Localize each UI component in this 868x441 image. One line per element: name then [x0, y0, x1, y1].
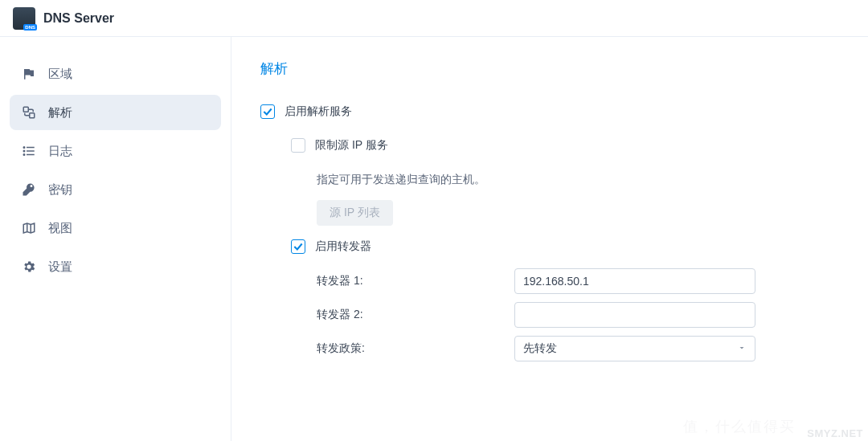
limit-source-ip-help: 指定可用于发送递归查询的主机。	[317, 165, 485, 194]
svg-point-6	[23, 150, 25, 152]
map-icon	[21, 220, 37, 236]
chevron-down-icon	[737, 342, 747, 355]
sidebar-item-label: 日志	[48, 144, 72, 159]
page-title: 解析	[260, 59, 839, 78]
forwarder1-row: 转发器 1:	[260, 266, 839, 296]
sidebar-item-label: 设置	[48, 259, 72, 275]
svg-rect-1	[30, 113, 35, 118]
sidebar-item-resolve[interactable]: 解析	[10, 95, 221, 130]
forwarder2-input[interactable]	[514, 302, 755, 328]
source-ip-list-button: 源 IP 列表	[317, 200, 393, 226]
forward-policy-label: 转发政策:	[317, 341, 514, 356]
app-header: DNS DNS Server	[0, 0, 868, 37]
enable-resolve-label: 启用解析服务	[285, 104, 352, 119]
app-title: DNS Server	[43, 11, 114, 26]
sidebar-item-label: 密钥	[48, 182, 72, 198]
limit-source-ip-help-row: 指定可用于发送递归查询的主机。	[260, 165, 839, 194]
sidebar: 区域 解析 日志 密钥 视图	[0, 37, 231, 441]
main-layout: 区域 解析 日志 密钥 视图	[0, 37, 868, 441]
limit-source-ip-checkbox[interactable]	[291, 138, 305, 153]
list-icon	[21, 143, 37, 159]
sidebar-item-label: 视图	[48, 221, 72, 236]
content-panel: 解析 启用解析服务 限制源 IP 服务 指定可用于发送递归查询的主机。 源 IP…	[231, 37, 868, 441]
svg-marker-8	[23, 223, 35, 233]
limit-source-ip-row: 限制源 IP 服务	[260, 131, 839, 160]
enable-resolve-row: 启用解析服务	[260, 97, 839, 126]
svg-point-5	[23, 147, 25, 149]
forward-policy-select[interactable]: 先转发	[514, 336, 755, 361]
source-ip-list-row: 源 IP 列表	[260, 198, 839, 227]
sidebar-item-settings[interactable]: 设置	[10, 249, 221, 284]
sidebar-item-zones[interactable]: 区域	[10, 56, 221, 92]
limit-source-ip-label: 限制源 IP 服务	[315, 138, 388, 153]
sidebar-item-label: 区域	[48, 67, 72, 82]
gear-icon	[21, 259, 37, 275]
sidebar-item-label: 解析	[48, 105, 72, 120]
resolve-icon	[21, 104, 37, 120]
enable-forwarder-checkbox[interactable]	[291, 239, 305, 254]
app-icon-badge: DNS	[23, 24, 37, 31]
forward-policy-value: 先转发	[523, 341, 557, 356]
app-icon: DNS	[13, 7, 35, 30]
enable-resolve-checkbox[interactable]	[260, 104, 275, 119]
enable-forwarder-label: 启用转发器	[315, 239, 371, 254]
sidebar-item-views[interactable]: 视图	[10, 210, 221, 246]
svg-point-7	[23, 154, 25, 156]
forwarder2-row: 转发器 2:	[260, 300, 839, 330]
enable-forwarder-row: 启用转发器	[260, 232, 839, 261]
forwarder2-label: 转发器 2:	[317, 308, 514, 322]
forward-policy-row: 转发政策: 先转发	[260, 333, 839, 364]
flag-icon	[21, 66, 37, 82]
sidebar-item-keys[interactable]: 密钥	[10, 172, 221, 207]
forwarder1-label: 转发器 1:	[317, 274, 514, 288]
svg-rect-0	[23, 107, 28, 112]
sidebar-item-logs[interactable]: 日志	[10, 133, 221, 169]
watermark-secondary: 值，什么值得买	[683, 417, 796, 436]
forwarder1-input[interactable]	[514, 268, 755, 294]
watermark: SMYZ.NET	[807, 427, 863, 439]
key-icon	[21, 182, 37, 198]
